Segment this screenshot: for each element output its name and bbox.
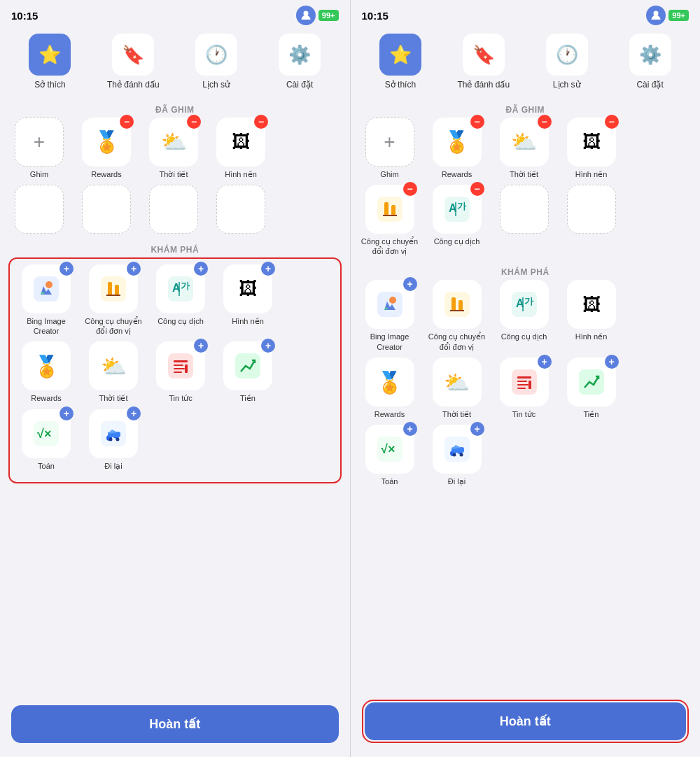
- svg-text:가: 가: [181, 281, 190, 291]
- news-explore-left[interactable]: + Tin tức: [150, 341, 211, 403]
- weather-explore-icon-right: ⛅: [433, 358, 482, 406]
- weather-pin-right[interactable]: − ⛅ Thời tiết: [493, 118, 555, 179]
- wallpaper-pin-left[interactable]: − 🖼 Hình nền: [210, 118, 272, 179]
- rewards-explore-left[interactable]: 🏅 Rewards: [15, 341, 77, 403]
- pinned-section-left: + Ghim − 🏅 Rewards − ⛅ Thời tiết: [0, 118, 350, 239]
- math-plus-right: +: [403, 422, 417, 436]
- done-btn-wrap-left: Hoàn tất: [0, 697, 350, 757]
- status-right-right: 99+: [646, 6, 689, 25]
- svg-rect-30: [383, 215, 397, 216]
- time-left: 10:15: [11, 10, 38, 22]
- wallpaper-explore-plus-left: +: [261, 262, 275, 276]
- done-button-right[interactable]: Hoàn tất: [365, 702, 687, 740]
- svg-rect-17: [235, 353, 260, 378]
- unit-icon-left: +: [89, 264, 138, 313]
- weather-explore-right[interactable]: ⛅ Thời tiết: [426, 358, 488, 419]
- translate-explore-icon-right: A 가: [500, 280, 549, 329]
- qa-label-history-left: Lịch sử: [202, 80, 230, 91]
- news-plus-right: +: [538, 355, 552, 369]
- explore-header-left: KHÁM PHÁ: [0, 239, 350, 257]
- math-explore-right[interactable]: + √× Toán: [359, 425, 421, 486]
- explore-row2-right: 🏅 Rewards ⛅ Thời tiết +: [359, 358, 692, 419]
- translate-pin-label-right: Công cụ dịch: [434, 236, 480, 246]
- money-explore-left[interactable]: + Tiền: [217, 341, 279, 403]
- qa-label-bookmark-right: Thẻ đánh dấu: [457, 80, 510, 91]
- svg-rect-51: [579, 369, 604, 395]
- rewards-icon-left: − 🏅: [82, 118, 131, 167]
- bing-image-creator-right[interactable]: + Bing Image Creator: [359, 280, 421, 352]
- travel-explore-left[interactable]: + Đi lại: [83, 409, 144, 471]
- math-explore-left[interactable]: + √× Toán: [15, 409, 77, 471]
- translate-icon-left: + A 가: [156, 264, 205, 313]
- svg-text:√×: √×: [381, 442, 395, 456]
- done-button-left[interactable]: Hoàn tất: [11, 705, 339, 743]
- quick-actions-right: ⭐ Sở thích 🔖 Thẻ đánh dấu 🕐 Lịch sử ⚙️ C…: [351, 28, 701, 99]
- svg-point-36: [389, 297, 396, 304]
- weather-explore-left[interactable]: ⛅ Thời tiết: [83, 341, 144, 403]
- travel-explore-right[interactable]: + Đi lại: [426, 425, 488, 486]
- qa-preferences-right[interactable]: ⭐ Sở thích: [372, 34, 428, 91]
- unit-converter-left[interactable]: + Công cụ chuyển đổi đơn vị: [83, 264, 144, 337]
- bing-image-creator-left[interactable]: + Bing Image Creator: [15, 264, 77, 337]
- money-explore-right[interactable]: + Tiền: [561, 358, 622, 419]
- pin-add-left[interactable]: + Ghim: [8, 118, 70, 179]
- money-plus-left: +: [261, 339, 275, 353]
- qa-icon-settings-right: ⚙️: [629, 34, 671, 76]
- wallpaper-explore-icon-left: + 🖼: [223, 264, 272, 313]
- svg-point-59: [459, 453, 463, 457]
- svg-rect-37: [444, 292, 470, 317]
- news-explore-right[interactable]: + Tin tức: [493, 358, 555, 419]
- svg-rect-15: [174, 372, 182, 373]
- weather-explore-label-right: Thời tiết: [442, 409, 471, 419]
- explore-section-left: + Bing Image Creator +: [0, 257, 350, 483]
- translate-explore-right[interactable]: A 가 Công cụ dịch: [493, 280, 555, 352]
- pinned-row1-right: + Ghim − 🏅 Rewards − ⛅ Thời tiết: [359, 118, 692, 179]
- qa-preferences-left[interactable]: ⭐ Sở thích: [22, 34, 78, 91]
- qa-label-preferences-right: Sở thích: [385, 80, 416, 91]
- rewards-label-left: Rewards: [91, 169, 121, 179]
- empty-slot-3-left: [143, 185, 204, 234]
- wallpaper-explore-left[interactable]: + 🖼 Hình nền: [217, 264, 279, 337]
- svg-point-58: [452, 453, 456, 457]
- news-plus-left: +: [194, 339, 208, 353]
- unit-pin-label-right: Công cụ chuyển đổi đơn vị: [359, 236, 421, 257]
- svg-rect-46: [517, 376, 531, 378]
- pinned-row2-left: [8, 185, 342, 234]
- qa-settings-right[interactable]: ⚙️ Cài đặt: [622, 34, 678, 91]
- unit-explore-right[interactable]: Công cụ chuyển đổi đơn vị: [426, 280, 488, 352]
- bing-image-label-right: Bing Image Creator: [359, 332, 421, 352]
- unit-explore-icon-right: [433, 280, 482, 329]
- weather-pin-left[interactable]: − ⛅ Thời tiết: [143, 118, 204, 179]
- rewards-explore-right[interactable]: 🏅 Rewards: [359, 358, 421, 419]
- wallpaper-pin-right[interactable]: − 🖼 Hình nền: [561, 118, 622, 179]
- battery-left: 99+: [318, 10, 339, 21]
- qa-settings-left[interactable]: ⚙️ Cài đặt: [272, 34, 328, 91]
- svg-rect-38: [451, 297, 456, 311]
- rewards-pin-left[interactable]: − 🏅 Rewards: [76, 118, 137, 179]
- translate-minus-right: −: [470, 182, 484, 196]
- qa-history-left[interactable]: 🕐 Lịch sử: [188, 34, 244, 91]
- svg-point-0: [303, 11, 308, 16]
- qa-bookmark-left[interactable]: 🔖 Thẻ đánh dấu: [105, 34, 161, 91]
- empty-icon-3-left: [149, 185, 198, 234]
- unit-label-left: Công cụ chuyển đổi đơn vị: [83, 316, 144, 337]
- status-right-left: 99+: [296, 6, 339, 25]
- travel-label-right: Đi lại: [448, 476, 465, 486]
- money-plus-right: +: [605, 355, 619, 369]
- qa-history-right[interactable]: 🕐 Lịch sử: [539, 34, 595, 91]
- time-right: 10:15: [362, 10, 388, 22]
- math-label-right: Toán: [382, 476, 398, 486]
- unit-minus-right: −: [403, 182, 417, 196]
- translate-left[interactable]: + A 가 Công cụ dịch: [150, 264, 211, 337]
- qa-icon-bookmark-right: 🔖: [463, 34, 505, 76]
- rewards-pin-right[interactable]: − 🏅 Rewards: [426, 118, 488, 179]
- svg-rect-1: [34, 276, 59, 302]
- qa-bookmark-right[interactable]: 🔖 Thẻ đánh dấu: [456, 34, 512, 91]
- wallpaper-explore-right[interactable]: 🖼 Hình nền: [561, 280, 622, 352]
- unit-pin-right[interactable]: − Công cụ chuyển đổi đơn vị: [359, 185, 421, 257]
- translate-pin-right[interactable]: − A 가 Công cụ dịch: [426, 185, 488, 257]
- pin-add-right[interactable]: + Ghim: [359, 118, 421, 179]
- qa-label-settings-left: Cài đặt: [286, 80, 313, 91]
- svg-point-24: [109, 437, 113, 441]
- svg-text:√×: √×: [37, 427, 51, 441]
